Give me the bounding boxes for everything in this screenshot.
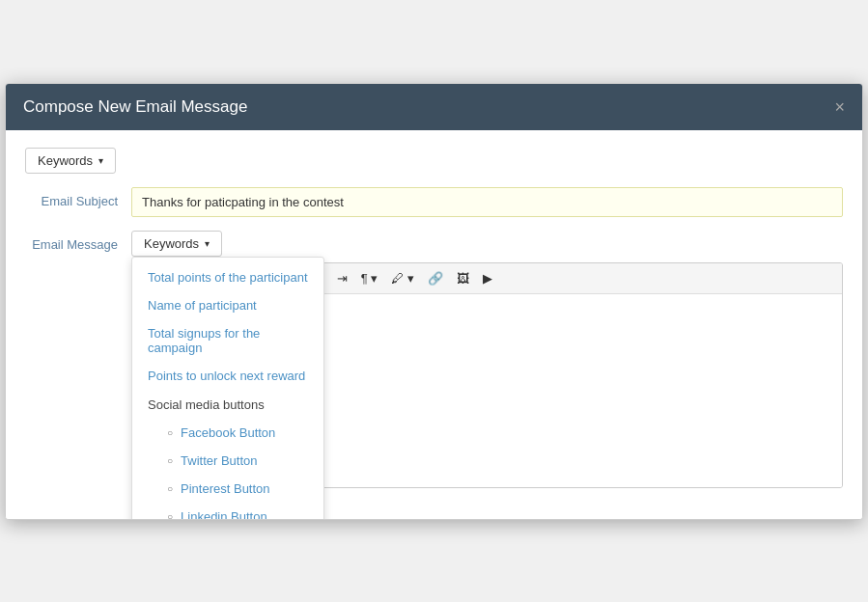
email-subject-input[interactable]: [131, 187, 843, 217]
close-button[interactable]: ×: [834, 98, 845, 116]
dropdown-sub-item-facebook-btn[interactable]: Facebook Button: [132, 419, 323, 447]
toolbar-color-btn[interactable]: 🖊 ▾: [385, 267, 420, 289]
keywords-dropdown-menu: Total points of the participantName of p…: [131, 257, 324, 520]
dropdown-sub-item-linkedin-btn[interactable]: Linkedin Button: [132, 503, 323, 520]
dropdown-sub-item-pinterest-btn[interactable]: Pinterest Button: [132, 475, 323, 503]
dropdown-item-points-unlock[interactable]: Points to unlock next reward: [132, 362, 323, 390]
compose-email-modal: Compose New Email Message × Keywords ▾ E…: [5, 83, 863, 520]
modal-header: Compose New Email Message ×: [6, 84, 862, 130]
top-keywords-button[interactable]: Keywords ▾: [25, 148, 116, 174]
dropdown-item-total-points[interactable]: Total points of the participant: [132, 263, 323, 291]
chevron-down-icon: ▾: [205, 238, 210, 249]
keywords-dropdown-container: Keywords ▾ Total points of the participa…: [131, 231, 222, 257]
message-keywords-button[interactable]: Keywords ▾: [131, 231, 222, 257]
toolbar-link-btn[interactable]: 🔗: [422, 267, 449, 289]
dropdown-section-header: Social media buttons: [132, 390, 323, 419]
toolbar-image-btn[interactable]: 🖼: [451, 267, 475, 289]
email-subject-content: [131, 187, 843, 217]
email-message-row: Email Message Keywords ▾ Total points of…: [25, 231, 843, 488]
modal-body: Keywords ▾ Email Subject Email Message K…: [6, 130, 862, 519]
email-subject-label: Email Subject: [25, 187, 131, 208]
chevron-down-icon: ▾: [98, 155, 103, 166]
top-keywords-row: Keywords ▾: [25, 148, 843, 174]
dropdown-item-total-signups[interactable]: Total signups for the campaign: [132, 319, 323, 362]
toolbar-para-btn[interactable]: ¶ ▾: [355, 267, 384, 289]
email-message-content: Keywords ▾ Total points of the participa…: [131, 231, 843, 488]
dropdown-item-name-participant[interactable]: Name of participant: [132, 291, 323, 319]
email-message-label: Email Message: [25, 231, 131, 252]
dropdown-sub-item-twitter-btn[interactable]: Twitter Button: [132, 447, 323, 475]
modal-title: Compose New Email Message: [23, 97, 247, 117]
toolbar-video-btn[interactable]: ▶: [477, 267, 498, 289]
toolbar-indent-btn[interactable]: ⇥: [331, 267, 353, 289]
email-subject-row: Email Subject: [25, 187, 843, 217]
